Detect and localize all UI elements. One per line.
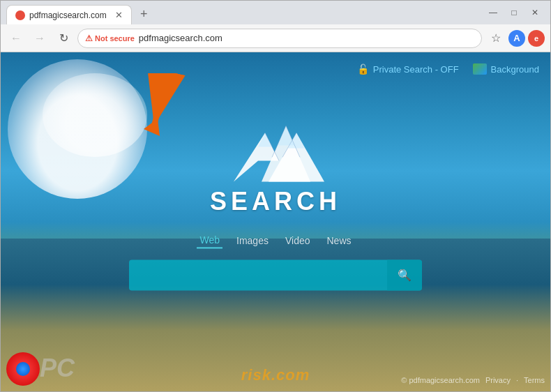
security-indicator: ⚠ Not secure	[85, 33, 135, 43]
risk-watermark: risk.com	[241, 366, 310, 384]
page-top-controls: 🔓 Private Search - OFF Background	[357, 63, 539, 75]
tab-images[interactable]: Images	[234, 233, 271, 248]
navigation-bar: ← → ↻ ⚠ Not secure pdfmagicsearch.com ☆ …	[1, 24, 550, 52]
footer-separator: ·	[516, 376, 518, 384]
tab-close-button[interactable]: ✕	[115, 10, 123, 20]
lock-icon: 🔓	[357, 63, 369, 75]
maximize-button[interactable]: □	[504, 4, 524, 21]
close-window-button[interactable]: ✕	[525, 4, 545, 21]
search-icon: 🔍	[398, 269, 412, 282]
minimize-button[interactable]: —	[483, 4, 503, 21]
search-tabs: Web Images Video News	[197, 233, 354, 248]
pc-logo-inner	[16, 362, 30, 376]
tab-news[interactable]: News	[324, 233, 354, 248]
tab-favicon	[15, 10, 25, 20]
window-controls: — □ ✕	[483, 4, 545, 21]
profile-initial: A	[513, 33, 520, 43]
pc-text: PC	[40, 354, 75, 383]
tab-web[interactable]: Web	[197, 233, 222, 248]
search-input[interactable]	[129, 259, 422, 290]
svg-marker-5	[258, 133, 272, 146]
active-tab[interactable]: pdfmagicsearch.com ✕	[6, 5, 132, 24]
footer-terms-link[interactable]: Terms	[524, 376, 545, 384]
nav-right-controls: ☆ A e	[486, 29, 545, 48]
new-tab-button[interactable]: +	[135, 4, 153, 24]
not-secure-label: Not secure	[95, 34, 135, 43]
tab-title: pdfmagicsearch.com	[29, 10, 111, 20]
bookmark-button[interactable]: ☆	[486, 29, 506, 48]
search-box-container: 🔍	[129, 259, 422, 290]
footer-links: © pdfmagicsearch.com Privacy · Terms	[401, 376, 545, 384]
title-bar: pdfmagicsearch.com ✕ + — □ ✕	[1, 1, 550, 24]
tabs-area: pdfmagicsearch.com ✕ +	[6, 1, 481, 24]
background-button[interactable]: Background	[473, 63, 539, 75]
warning-icon: ⚠	[85, 33, 93, 43]
search-button[interactable]: 🔍	[387, 259, 422, 290]
copyright-text: © pdfmagicsearch.com	[401, 376, 480, 384]
page-content: 🔓 Private Search - OFF Background	[1, 52, 550, 391]
pc-logo-circle	[6, 352, 40, 386]
browser-icon-label: e	[534, 34, 538, 43]
url-display: pdfmagicsearch.com	[139, 33, 222, 43]
footer-privacy-link[interactable]: Privacy	[485, 376, 511, 384]
address-bar[interactable]: ⚠ Not secure pdfmagicsearch.com	[77, 29, 482, 48]
mountain-logo	[227, 119, 324, 188]
tab-video[interactable]: Video	[282, 233, 313, 248]
refresh-button[interactable]: ↻	[54, 29, 73, 48]
profile-avatar[interactable]: A	[508, 30, 525, 47]
private-search-label: Private Search - OFF	[373, 64, 459, 75]
forward-button[interactable]: →	[30, 29, 50, 48]
footer-logo-area: PC	[1, 336, 84, 391]
center-content: SEARCH Web Images Video News 🔍	[129, 119, 422, 290]
background-label: Background	[491, 64, 539, 75]
background-icon	[473, 63, 487, 75]
svg-marker-7	[278, 126, 294, 145]
private-search-button[interactable]: 🔓 Private Search - OFF	[357, 63, 459, 75]
back-button[interactable]: ←	[6, 29, 26, 48]
logo-text: SEARCH	[210, 187, 341, 216]
browser-icon: e	[528, 30, 545, 47]
browser-frame: pdfmagicsearch.com ✕ + — □ ✕ ← → ↻ ⚠ Not…	[0, 0, 551, 392]
